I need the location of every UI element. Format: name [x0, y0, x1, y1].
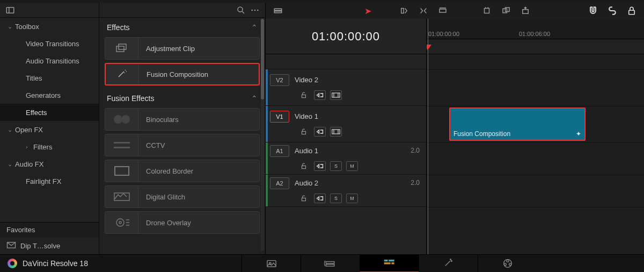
section-title: Effects — [107, 23, 130, 32]
page-media[interactable] — [241, 255, 301, 273]
timecode-display[interactable]: 01:00:00:00 — [266, 19, 426, 54]
svg-rect-45 — [326, 264, 334, 266]
page-color[interactable] — [478, 255, 537, 273]
svg-line-4 — [242, 11, 244, 13]
solo-button[interactable]: S — [330, 161, 342, 171]
track-header-a1[interactable]: A1 Audio 1 2.0 S M — [266, 142, 426, 175]
svg-rect-44 — [326, 262, 334, 263]
tree-label: Effects — [26, 109, 47, 117]
tree-generators[interactable]: Generators — [0, 87, 99, 104]
favorite-label: Dip T…solve — [20, 242, 60, 250]
page-edit[interactable] — [360, 255, 419, 273]
unlock-icon[interactable] — [298, 90, 310, 100]
tree-label: Fairlight FX — [26, 177, 61, 185]
tree-audiofx[interactable]: ⌄Audio FX — [0, 155, 99, 173]
auto-select-icon[interactable] — [314, 127, 326, 137]
track-id-a1[interactable]: A1 — [270, 145, 289, 157]
tree-effects[interactable]: Effects — [0, 104, 99, 121]
tool-icon-4[interactable] — [481, 5, 493, 17]
tree-audio-transitions[interactable]: Audio Transitions — [0, 52, 99, 69]
svg-point-6 — [254, 9, 256, 11]
tree-label: Generators — [26, 91, 61, 99]
svg-rect-22 — [274, 9, 282, 10]
effects-section-header[interactable]: Effects ⌃ — [99, 18, 265, 37]
effect-cctv[interactable]: CCTV — [105, 134, 260, 156]
lock-icon[interactable] — [626, 5, 638, 17]
svg-point-11 — [114, 115, 122, 124]
timeline-ruler[interactable]: 01:00:00:00 01:00:06:00 — [427, 19, 644, 54]
tree-fairlightfx[interactable]: Fairlight FX — [0, 173, 99, 190]
playhead[interactable] — [428, 19, 428, 254]
effect-label: Fusion Composition — [139, 70, 208, 78]
tree-openfx[interactable]: ⌄Open FX — [0, 121, 99, 138]
scrollbar[interactable] — [261, 19, 264, 251]
svg-rect-33 — [332, 93, 340, 97]
effect-binoculars[interactable]: Binoculars — [105, 108, 260, 131]
track-id-a2[interactable]: A2 — [270, 177, 289, 189]
auto-select-icon[interactable] — [314, 161, 326, 171]
clip-fusion-composition[interactable]: Fusion Composition ✦ — [449, 108, 586, 141]
mute-button[interactable]: M — [346, 194, 358, 203]
track-id-v1[interactable]: V1 — [270, 111, 289, 123]
tool-icon-6[interactable] — [519, 5, 531, 17]
solo-button[interactable]: S — [330, 194, 342, 203]
track-id-v2[interactable]: V2 — [270, 74, 289, 86]
binoculars-icon — [105, 109, 138, 130]
tree-label: Video Transitions — [26, 40, 79, 48]
tree-label: Audio FX — [15, 160, 43, 168]
effect-adjustment-clip[interactable]: Adjustment Clip — [105, 37, 260, 60]
reticle-icon — [105, 212, 138, 233]
effect-label: Drone Overlay — [138, 219, 191, 227]
unlock-icon[interactable] — [298, 194, 310, 203]
favorite-item[interactable]: Dip T…solve — [0, 237, 99, 254]
svg-point-52 — [450, 259, 450, 260]
tree-video-transitions[interactable]: Video Transitions — [0, 35, 99, 52]
tool-icon-3[interactable] — [437, 5, 449, 17]
effect-digital-glitch[interactable]: Digital Glitch — [105, 185, 260, 208]
chevron-up-icon: ⌃ — [251, 23, 258, 32]
timeline-canvas[interactable]: 01:00:00:00 01:00:06:00 Fusion Compositi… — [427, 19, 644, 254]
effect-label: Adjustment Clip — [138, 45, 195, 53]
page-fusion[interactable] — [419, 255, 478, 273]
auto-select-icon[interactable] — [314, 194, 326, 203]
timeline-view-icon[interactable] — [272, 5, 284, 17]
unlock-icon[interactable] — [298, 161, 310, 171]
auto-select-icon[interactable] — [314, 90, 326, 100]
effect-label: Digital Glitch — [138, 193, 185, 201]
track-header-a2[interactable]: A2 Audio 2 2.0 S M — [266, 175, 426, 207]
search-icon[interactable] — [235, 4, 247, 16]
fusion-effects-section-header[interactable]: Fusion Effects ⌃ — [99, 89, 265, 108]
timeline-toolbar: ➤ — [266, 3, 644, 19]
magnet-icon[interactable] — [587, 5, 599, 17]
svg-rect-0 — [6, 7, 14, 13]
tree-filters[interactable]: ›Filters — [0, 138, 99, 155]
link-icon[interactable] — [606, 5, 618, 17]
page-nav: DaVinci Resolve 18 — [0, 254, 644, 272]
svg-point-18 — [119, 221, 121, 224]
unlock-icon[interactable] — [298, 127, 310, 137]
video-enable-icon[interactable] — [330, 127, 342, 137]
effect-colored-border[interactable]: Colored Border — [105, 160, 260, 182]
track-header-v1[interactable]: V1 Video 1 — [266, 106, 426, 142]
video-enable-icon[interactable] — [330, 90, 342, 100]
effects-panel: Effects ⌃ Adjustment Clip Fusion Composi… — [99, 3, 266, 254]
tree-toolbox[interactable]: ⌄Toolbox — [0, 18, 99, 35]
tool-icon-5[interactable] — [500, 5, 512, 17]
tree-titles[interactable]: Titles — [0, 69, 99, 87]
more-icon[interactable] — [249, 4, 261, 16]
track-header-v2[interactable]: V2 Video 2 — [266, 69, 426, 106]
effect-fusion-composition[interactable]: Fusion Composition — [105, 63, 260, 85]
track-name: Video 2 — [295, 76, 318, 84]
page-cut[interactable] — [301, 255, 360, 273]
tool-icon-2[interactable] — [418, 5, 429, 17]
panel-toggle-icon[interactable] — [4, 4, 16, 16]
svg-rect-24 — [401, 9, 404, 13]
cursor-arrow-icon: ➤ — [364, 6, 371, 16]
svg-rect-23 — [274, 11, 282, 13]
rect-icon — [105, 160, 138, 182]
mute-button[interactable]: M — [346, 161, 358, 171]
tool-icon-1[interactable] — [398, 5, 410, 17]
ruler-tick: 01:00:06:00 — [519, 31, 550, 37]
effect-drone-overlay[interactable]: Drone Overlay — [105, 211, 260, 234]
track-channels: 2.0 — [411, 147, 420, 154]
